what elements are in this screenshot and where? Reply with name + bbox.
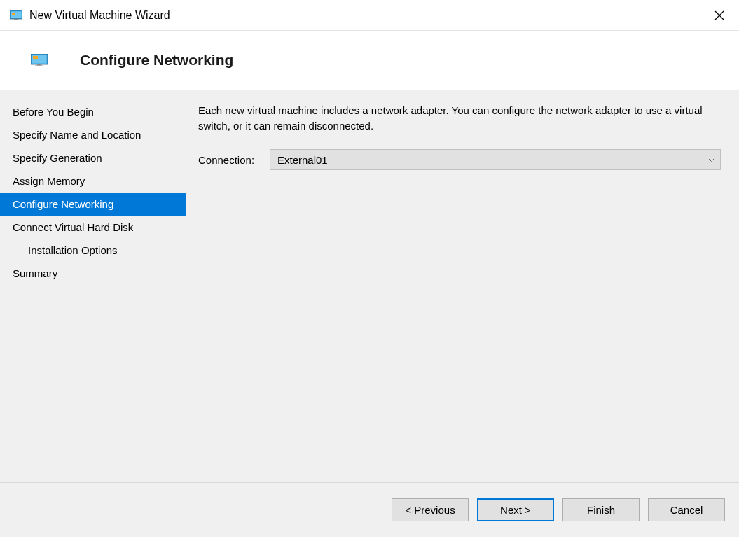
titlebar: New Virtual Machine Wizard	[0, 0, 739, 31]
svg-rect-4	[13, 20, 20, 20]
monitor-icon	[31, 54, 48, 66]
content-description: Each new virtual machine includes a netw…	[198, 103, 721, 134]
svg-rect-3	[14, 19, 18, 20]
svg-rect-9	[33, 56, 38, 59]
sidebar-step-1[interactable]: Specify Name and Location	[0, 123, 186, 146]
wizard-footer: < Previous Next > Finish Cancel	[0, 483, 739, 537]
close-icon	[714, 10, 724, 20]
previous-button[interactable]: < Previous	[392, 498, 469, 522]
connection-dropdown[interactable]: External01	[270, 149, 721, 170]
cancel-button[interactable]: Cancel	[648, 498, 725, 522]
window-title: New Virtual Machine Wizard	[29, 9, 704, 22]
page-title: Configure Networking	[80, 52, 233, 69]
sidebar-step-0[interactable]: Before You Begin	[0, 100, 186, 123]
sidebar-step-7[interactable]: Summary	[0, 262, 186, 285]
sidebar-step-5[interactable]: Connect Virtual Hard Disk	[0, 216, 186, 239]
chevron-down-icon	[708, 156, 714, 164]
finish-button[interactable]: Finish	[562, 498, 640, 522]
wizard-header: Configure Networking	[0, 31, 739, 90]
connection-dropdown-value: External01	[277, 154, 708, 166]
svg-rect-11	[35, 66, 43, 67]
wizard-content: Each new virtual machine includes a netw…	[186, 90, 739, 482]
connection-row: Connection: External01	[198, 149, 721, 170]
sidebar-step-4[interactable]: Configure Networking	[0, 192, 186, 216]
connection-label: Connection:	[198, 154, 261, 166]
sidebar-step-2[interactable]: Specify Generation	[0, 146, 186, 169]
svg-rect-10	[37, 64, 41, 66]
wizard-body: Before You BeginSpecify Name and Locatio…	[0, 90, 739, 483]
app-icon	[10, 10, 22, 20]
wizard-steps-sidebar: Before You BeginSpecify Name and Locatio…	[0, 90, 186, 482]
svg-rect-2	[12, 13, 15, 15]
sidebar-step-6[interactable]: Installation Options	[0, 239, 186, 262]
next-button[interactable]: Next >	[477, 498, 554, 522]
sidebar-step-3[interactable]: Assign Memory	[0, 169, 186, 192]
close-button[interactable]	[704, 0, 735, 31]
